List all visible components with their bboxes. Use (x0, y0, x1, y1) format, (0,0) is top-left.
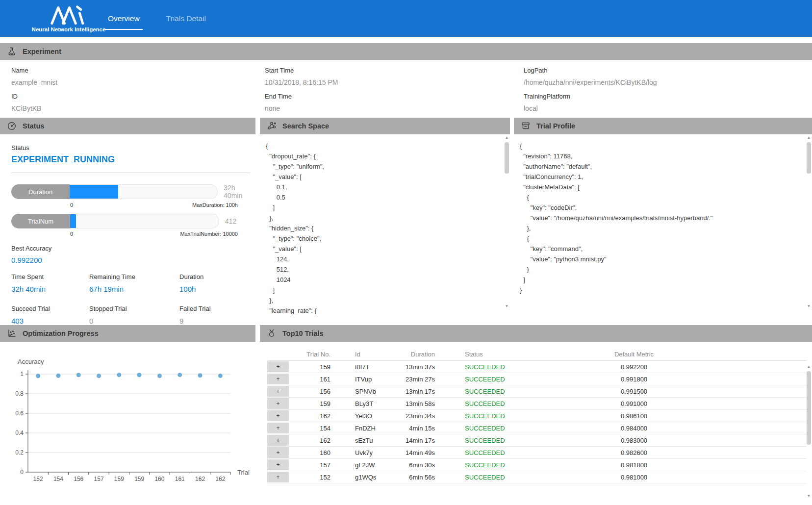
cell-default-metric: 0.986100 (509, 412, 759, 420)
field-label-end-time: End Time (265, 93, 524, 100)
expand-row-button[interactable]: + (267, 374, 289, 384)
scrollbar-track[interactable] (806, 370, 812, 493)
expand-row-button[interactable]: + (267, 459, 289, 470)
cell-duration: 13min 37s (402, 363, 460, 371)
cell-default-metric: 0.991000 (509, 400, 759, 407)
cell-trial-no: 154 (289, 425, 338, 432)
duration-progress: Duration 32h 40min (11, 184, 255, 200)
expand-row-button[interactable]: + (267, 361, 289, 372)
top10-trials-panel: Top10 Trials Trial No. Id Duration Statu… (260, 325, 812, 505)
scrollbar-thumb[interactable] (505, 142, 509, 174)
expand-row-button[interactable]: + (267, 398, 289, 409)
top10-section-header: Top10 Trials (260, 325, 812, 342)
scrollbar-thumb[interactable] (807, 142, 811, 174)
cell-id: FnDZH (338, 425, 402, 432)
cell-default-metric: 0.981800 (509, 461, 759, 469)
cell-status: SUCCEEDED (460, 461, 509, 469)
search-space-json[interactable]: { "dropout_rate": { "_type": "uniform", … (260, 134, 504, 321)
top10-table-header: Trial No. Id Duration Status Default Met… (267, 348, 807, 361)
table-row: + 159 BLy3T 13min 58s SUCCEEDED 0.991000 (267, 398, 807, 410)
cell-status: SUCCEEDED (460, 388, 509, 395)
experiment-info: Name example_mnist ID KCiBytKB Start Tim… (0, 60, 812, 118)
nni-overview-page: { "header": { "logo_title": "Neural Netw… (0, 0, 812, 505)
middle-panels: Status Status EXPERIMENT_RUNNING Duratio… (0, 118, 812, 321)
expand-row-button[interactable]: + (267, 435, 289, 446)
cell-duration: 6min 30s (402, 461, 460, 469)
svg-text:160: 160 (154, 476, 164, 482)
tab-overview[interactable]: Overview (106, 13, 142, 24)
logo-title: Neural Network Intelligence (32, 26, 106, 32)
best-accuracy: Best Accuracy 0.992200 (11, 245, 255, 264)
experiment-section-title: Experiment (23, 48, 61, 55)
field-label-start-time: Start Time (265, 67, 524, 74)
experiment-col-1: Name example_mnist ID KCiBytKB (11, 67, 265, 118)
experiment-section-header: Experiment (0, 43, 812, 60)
stat-value: 0 (89, 317, 179, 325)
field-value-training-platform: local (524, 104, 812, 112)
stat-time-spent: Time Spent 32h 40min (11, 273, 89, 293)
divider (11, 173, 251, 173)
svg-text:162: 162 (215, 476, 225, 482)
col-default-metric: Default Metric (509, 351, 759, 358)
scroll-up-icon[interactable]: ▲ (807, 134, 811, 141)
expand-row-button[interactable]: + (267, 423, 289, 433)
nni-logo[interactable]: Neural Network Intelligence (31, 4, 106, 32)
cell-status: SUCCEEDED (460, 363, 509, 371)
top10-section-title: Top10 Trials (282, 329, 324, 337)
search-space-section-title: Search Space (282, 122, 329, 130)
scroll-down-icon[interactable]: ▼ (807, 303, 811, 309)
optimization-section-header: Optimization Progress (0, 325, 255, 342)
stat-label: Stopped Trial (89, 305, 179, 312)
cell-id: SPNVb (338, 388, 402, 395)
top10-scrollbar: ▲ ▼ (806, 363, 812, 499)
stat-value: 67h 19min (89, 285, 179, 293)
experiment-col-2: Start Time 10/31/2018, 8:16:15 PM End Ti… (265, 67, 524, 118)
stat-value: 100h (179, 285, 247, 293)
expand-row-button[interactable]: + (267, 386, 289, 397)
scroll-up-icon[interactable]: ▲ (807, 363, 811, 370)
table-row: + 161 ITVup 23min 27s SUCCEEDED 0.991800 (267, 373, 807, 385)
trial-profile-json[interactable]: { "revision": 11768, "authorName": "defa… (514, 134, 806, 321)
cell-default-metric: 0.991800 (509, 376, 759, 383)
stat-value: 403 (11, 317, 89, 325)
cell-status: SUCCEEDED (460, 449, 509, 456)
cell-trial-no: 161 (289, 376, 338, 383)
field-label-training-platform: TrainingPlatform (524, 93, 812, 100)
main-nav: Overview Trials Detail (106, 0, 208, 37)
field-value-id: KCiBytKB (11, 104, 265, 112)
optimization-progress-panel: Optimization Progress Accuracy00.20.40.6… (0, 325, 255, 505)
cell-duration: 13min 58s (402, 400, 460, 407)
scrollbar-track[interactable] (504, 141, 510, 303)
scrollbar-thumb[interactable] (807, 371, 811, 445)
scrollbar-track[interactable] (806, 141, 812, 303)
trial-profile-scrollbar: ▲ ▼ (806, 134, 812, 309)
cell-duration: 23min 34s (402, 412, 460, 420)
table-row: + 152 g1WQs 6min 56s SUCCEEDED 0.981000 (267, 471, 807, 483)
table-row: + 162 Yel3O 23min 34s SUCCEEDED 0.986100 (267, 410, 807, 422)
cell-duration: 23min 27s (402, 376, 460, 383)
cell-id: t0I7T (338, 363, 402, 371)
expand-row-button[interactable]: + (267, 447, 289, 458)
trial-profile-panel: Trial Profile { "revision": 11768, "auth… (514, 118, 812, 321)
scroll-down-icon[interactable]: ▼ (505, 303, 509, 309)
flask-icon (7, 47, 17, 56)
cell-default-metric: 0.992200 (509, 363, 759, 371)
expand-row-button[interactable]: + (267, 410, 289, 421)
svg-text:157: 157 (94, 476, 104, 482)
cell-trial-no: 162 (289, 412, 338, 420)
tab-trials-detail[interactable]: Trials Detail (164, 13, 208, 24)
stat-label: Remaining Time (89, 273, 179, 280)
trialnum-progress-scale: 0 MaxTrialNumber: 10000 (70, 231, 238, 237)
svg-text:0.6: 0.6 (15, 410, 24, 417)
table-row: + 157 gL2JW 6min 30s SUCCEEDED 0.981800 (267, 459, 807, 471)
optimization-chart[interactable]: Accuracy00.20.40.60.81152154156157159159… (0, 342, 255, 489)
cell-trial-no: 157 (289, 461, 338, 469)
scroll-down-icon[interactable]: ▼ (807, 493, 811, 499)
cell-trial-no: 160 (289, 449, 338, 456)
scroll-up-icon[interactable]: ▲ (505, 134, 509, 141)
medal-icon (267, 328, 277, 338)
expand-row-button[interactable]: + (267, 472, 289, 482)
col-status: Status (460, 351, 509, 358)
cell-id: gL2JW (338, 461, 402, 469)
stat-duration: Duration 100h (179, 273, 247, 293)
